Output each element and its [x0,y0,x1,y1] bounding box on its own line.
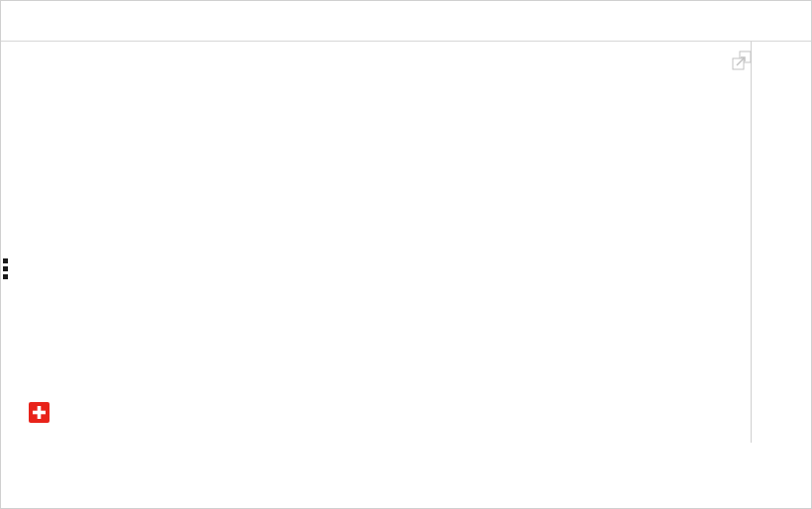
chart-application [0,0,812,509]
broker-watermark [29,400,55,423]
chart-canvas[interactable] [1,1,812,509]
panel-drag-handle[interactable] [2,258,10,282]
time-axis[interactable] [1,443,812,462]
swiss-flag-icon [29,402,50,423]
detach-chart-button[interactable] [730,49,754,72]
chart-stage [1,1,812,509]
expand-icon [730,49,754,72]
price-axis[interactable] [751,42,812,462]
